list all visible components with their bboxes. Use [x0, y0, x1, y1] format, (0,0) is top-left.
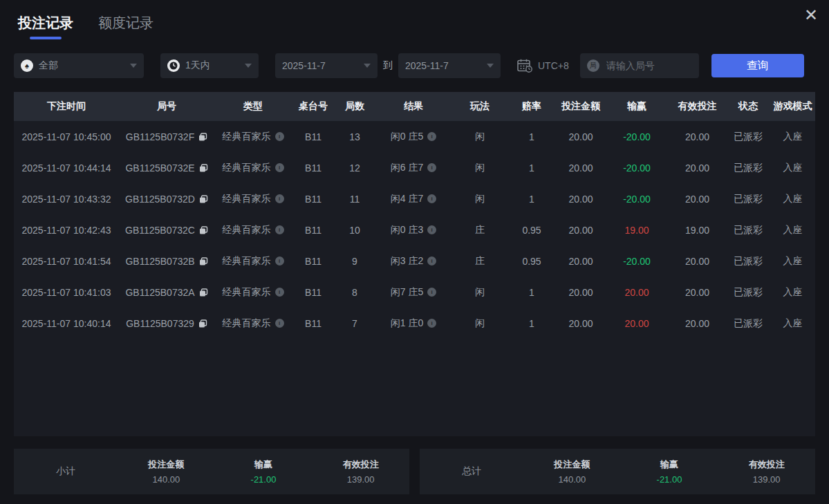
game-type-cell: 经典百家乐 [214, 152, 292, 183]
summary-bar: 小计 投注金额 140.00 输赢 -21.00 有效投注 139.00 总计 … [14, 449, 815, 494]
col-play: 玩法 [452, 92, 507, 121]
result-cell: 闲6 庄7 [375, 152, 452, 183]
type-info-icon[interactable] [275, 319, 284, 328]
game-mode-cell: 入座 [770, 277, 815, 308]
table-body: 2025-11-07 10:45:00 GB1125B0732F 经典百家乐 B… [14, 121, 815, 339]
round-no-cell: 7 [335, 308, 375, 339]
clock-icon [167, 59, 180, 72]
odds-cell: 1 [507, 152, 556, 183]
round-id-text: GB1125B0732B [125, 256, 194, 267]
time-range-dropdown[interactable]: 1天内 [160, 53, 259, 78]
result-info-icon[interactable] [427, 319, 436, 328]
game-type-text: 经典百家乐 [223, 224, 271, 235]
chevron-down-icon [487, 64, 494, 68]
round-search-field[interactable]: 局 [580, 53, 699, 78]
tab-bar: 投注记录 额度记录 [0, 0, 829, 41]
result-info-icon[interactable] [427, 163, 436, 172]
result-cell: 闲7 庄5 [375, 277, 452, 308]
date-from-value: 2025-11-7 [282, 60, 358, 71]
col-odds: 赔率 [507, 92, 556, 121]
win-loss-cell: 20.00 [606, 308, 668, 339]
bet-amount-cell: 20.00 [556, 214, 606, 245]
win-loss-cell: 20.00 [606, 277, 668, 308]
game-type-cell: 经典百家乐 [214, 214, 292, 245]
game-type-dropdown[interactable]: ♠ 全部 [14, 53, 144, 78]
game-type-text: 经典百家乐 [223, 317, 271, 328]
game-mode-cell: 入座 [770, 183, 815, 214]
game-type-text: 经典百家乐 [223, 131, 271, 142]
close-icon[interactable]: ✕ [801, 4, 821, 26]
tab-bet-records[interactable]: 投注记录 [18, 14, 73, 41]
table-header: 下注时间 局号 类型 桌台号 局数 结果 玩法 赔率 投注金额 输赢 有效投注 … [14, 92, 815, 121]
copy-icon[interactable] [199, 226, 208, 235]
status-cell: 已派彩 [727, 152, 770, 183]
chevron-down-icon [364, 64, 371, 68]
game-mode-cell: 入座 [770, 308, 815, 339]
round-no-cell: 10 [335, 214, 375, 245]
table-row: 2025-11-07 10:40:14 GB1125B07329 经典百家乐 B… [14, 308, 815, 339]
type-info-icon[interactable] [275, 194, 284, 203]
result-info-icon[interactable] [427, 194, 436, 203]
bet-amount-cell: 20.00 [556, 277, 606, 308]
copy-icon[interactable] [198, 319, 207, 328]
type-info-icon[interactable] [275, 288, 284, 297]
game-type-value: 全部 [39, 59, 124, 72]
result-info-icon[interactable] [427, 256, 436, 265]
copy-icon[interactable] [198, 133, 207, 142]
bet-time-cell: 2025-11-07 10:43:32 [14, 183, 119, 214]
timezone-value: UTC+8 [538, 60, 569, 71]
col-game-mode: 游戏模式 [770, 92, 815, 121]
type-info-icon[interactable] [275, 225, 284, 234]
play-cell: 闲 [452, 308, 507, 339]
round-search-input[interactable] [605, 59, 692, 72]
col-win-loss: 输赢 [606, 92, 668, 121]
game-type-text: 经典百家乐 [223, 286, 271, 297]
tab-quota-records[interactable]: 额度记录 [98, 14, 153, 41]
game-type-cell: 经典百家乐 [214, 308, 292, 339]
round-id-cell: GB1125B0732C [119, 214, 214, 245]
subtotal-box: 小计 投注金额 140.00 输赢 -21.00 有效投注 139.00 [14, 449, 409, 494]
time-range-value: 1天内 [185, 59, 239, 72]
bet-time-cell: 2025-11-07 10:41:03 [14, 277, 119, 308]
copy-icon[interactable] [199, 195, 208, 204]
round-no-cell: 11 [335, 183, 375, 214]
odds-cell: 1 [507, 277, 556, 308]
game-type-cell: 经典百家乐 [214, 277, 292, 308]
status-cell: 已派彩 [727, 245, 770, 277]
bet-amount-cell: 20.00 [556, 308, 606, 339]
copy-icon[interactable] [199, 164, 208, 173]
game-mode-cell: 入座 [770, 121, 815, 152]
play-cell: 闲 [452, 152, 507, 183]
table-row: 2025-11-07 10:41:03 GB1125B0732A 经典百家乐 B… [14, 277, 815, 308]
date-from-picker[interactable]: 2025-11-7 [275, 53, 378, 78]
win-loss-cell: -20.00 [606, 152, 668, 183]
result-info-icon[interactable] [427, 288, 436, 297]
type-info-icon[interactable] [275, 132, 284, 141]
subtotal-bet-amount: 投注金额 140.00 [118, 458, 215, 485]
records-table: 下注时间 局号 类型 桌台号 局数 结果 玩法 赔率 投注金额 输赢 有效投注 … [14, 92, 815, 339]
game-mode-cell: 入座 [770, 245, 815, 277]
result-text: 闲0 庄3 [391, 224, 423, 235]
col-status: 状态 [727, 92, 770, 121]
bet-amount-cell: 20.00 [556, 121, 606, 152]
table-no-cell: B11 [292, 245, 335, 277]
table-no-cell: B11 [292, 214, 335, 245]
result-cell: 闲1 庄0 [375, 308, 452, 339]
game-type-cell: 经典百家乐 [214, 245, 292, 277]
result-info-icon[interactable] [427, 132, 436, 141]
win-loss-cell: -20.00 [606, 183, 668, 214]
result-info-icon[interactable] [427, 225, 436, 234]
round-no-cell: 12 [335, 152, 375, 183]
win-loss-cell: 19.00 [606, 214, 668, 245]
type-info-icon[interactable] [275, 163, 284, 172]
date-to-picker[interactable]: 2025-11-7 [398, 53, 501, 78]
date-to-value: 2025-11-7 [405, 60, 481, 71]
search-button[interactable]: 查询 [711, 54, 804, 77]
play-cell: 闲 [452, 121, 507, 152]
bet-amount-cell: 20.00 [556, 152, 606, 183]
col-type: 类型 [214, 92, 292, 121]
copy-icon[interactable] [199, 257, 208, 266]
bet-time-cell: 2025-11-07 10:44:14 [14, 152, 119, 183]
copy-icon[interactable] [199, 288, 208, 297]
type-info-icon[interactable] [275, 256, 284, 265]
